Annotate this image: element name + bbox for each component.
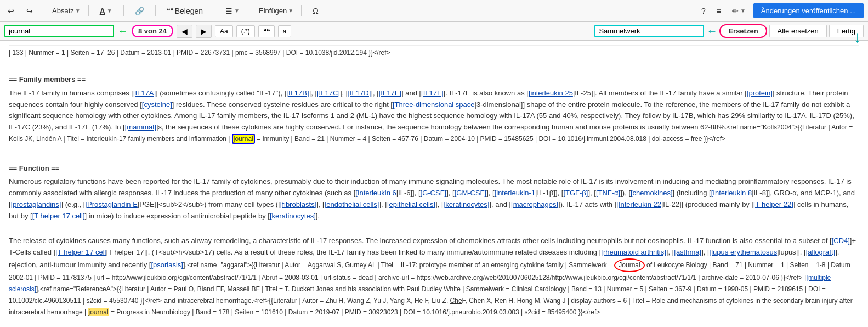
- journal-match-last: journal: [88, 308, 109, 316]
- allograft-link[interactable]: [allograft]: [806, 248, 835, 256]
- replace-input[interactable]: [599, 27, 700, 35]
- help-button[interactable]: ?: [698, 5, 709, 16]
- separator-1: [44, 5, 44, 16]
- para-3: The release of cytokines causes many fun…: [9, 235, 859, 318]
- find-replace-right: ← Ersetzen Alle ersetzen Fertig: [594, 24, 864, 38]
- cite-label: Belegen: [175, 7, 203, 15]
- replace-button[interactable]: Ersetzen: [719, 24, 767, 38]
- cite-icon: ❝❝: [167, 7, 173, 15]
- case-sensitive-button[interactable]: Aa: [215, 25, 233, 37]
- content-area[interactable]: | 133 | Nummer = 1 | Seiten = 17–26 | Da…: [0, 41, 868, 318]
- gcsf-link[interactable]: [G-CSF]: [421, 189, 447, 197]
- il1-link[interactable]: [interleukin-1: [495, 189, 535, 197]
- menu-button[interactable]: ≡: [713, 5, 724, 16]
- format-dropdown-arrow: ▼: [75, 8, 81, 14]
- separator-6: [251, 5, 251, 16]
- replace-teal-arrow: ←: [706, 25, 717, 37]
- il25-link[interactable]: [interleukin 25: [529, 89, 573, 97]
- omega-button[interactable]: Ω: [309, 5, 321, 16]
- redo-button[interactable]: ↪: [23, 5, 36, 16]
- insert-dropdown-arrow: ▼: [288, 8, 293, 14]
- separator-5: [214, 5, 214, 16]
- content-line-1: | 133 | Nummer = 1 | Seiten = 17–26 | Da…: [9, 45, 859, 58]
- epithelial-link[interactable]: [epithelial cells]: [387, 200, 435, 208]
- cd4-link[interactable]: [CD4]: [832, 236, 850, 245]
- keratinocytes2-link[interactable]: [keratinocytes]: [270, 212, 316, 220]
- family-paragraph: The IL-17 family in humans comprises [[I…: [9, 88, 859, 145]
- teal-down-arrow: ↓: [854, 29, 861, 46]
- find-input-wrapper: [4, 25, 114, 37]
- insert-label: Einfügen: [259, 7, 287, 15]
- il17e-link[interactable]: [IL17E]: [379, 89, 401, 97]
- find-green-arrow: ←: [117, 25, 128, 37]
- 3d-link[interactable]: [Three-dimensional space: [393, 100, 475, 109]
- il22-link[interactable]: [Interleukin 22: [616, 200, 661, 208]
- macrophages-link[interactable]: [macrophages]: [511, 200, 558, 208]
- keratinocytes-link[interactable]: [keratinocytes]: [444, 200, 490, 208]
- tgf-link[interactable]: [TGF-β]: [563, 189, 588, 197]
- asthma-link[interactable]: [asthma]: [674, 248, 701, 256]
- il6-link[interactable]: [Interleukin 6: [355, 189, 396, 197]
- endothelial-link[interactable]: [endothelial cells]: [325, 200, 379, 208]
- next-match-button[interactable]: ▶: [196, 25, 212, 38]
- th17-link[interactable]: [T helper 17 cell]: [32, 212, 85, 220]
- link-button[interactable]: 🔗: [132, 5, 147, 16]
- separator-2: [88, 5, 89, 16]
- protein-link[interactable]: [protein]: [747, 89, 773, 97]
- match-counter: 8 von 24: [132, 25, 173, 37]
- publish-button[interactable]: Änderungen veröffentlichen ...: [753, 3, 864, 18]
- pencil-button[interactable]: ✏ ▼: [729, 5, 749, 16]
- journal-match-8: journal: [232, 134, 255, 144]
- bold-button[interactable]: A ▼: [97, 5, 116, 16]
- function-heading: == Function ==: [9, 163, 859, 174]
- il17f-link[interactable]: [IL17F]: [421, 89, 443, 97]
- function-paragraph: Numerous regulatory functions have been …: [9, 176, 859, 222]
- gmcsf-link[interactable]: [GM-CSF]: [455, 189, 487, 197]
- pge-link[interactable]: [Prostaglandin E: [85, 200, 137, 208]
- prev-match-button[interactable]: ◀: [177, 25, 192, 38]
- special-button[interactable]: ã: [278, 25, 292, 37]
- tnf-link[interactable]: [TNF-α]: [596, 189, 620, 197]
- il17d-link[interactable]: [IL17D]: [348, 89, 371, 97]
- cysteine-link[interactable]: [cysteine]: [142, 100, 172, 109]
- insert-dropdown[interactable]: Einfügen ▼: [259, 7, 293, 15]
- che-text: Che: [450, 297, 462, 305]
- fibroblasts-link[interactable]: [fibroblasts]: [280, 200, 316, 208]
- find-input[interactable]: [9, 27, 110, 35]
- mammal-link[interactable]: [mammal]: [125, 123, 156, 131]
- list-dropdown-arrow: ▼: [234, 8, 240, 14]
- list-button[interactable]: ☰ ▼: [222, 5, 243, 16]
- il17c-link[interactable]: [IL17C]: [317, 89, 340, 97]
- replace-input-wrapper: [594, 25, 704, 37]
- and-text: and: [164, 296, 176, 305]
- format-label: Absatz: [52, 7, 74, 15]
- pencil-icon: ✏: [732, 7, 739, 15]
- chemokines-link[interactable]: [chemokines]: [631, 189, 673, 197]
- regex-button[interactable]: (.*): [236, 25, 255, 37]
- psoriasis-link[interactable]: [psoriasis]: [151, 261, 183, 269]
- prostaglandins-link[interactable]: [prostaglandins]: [11, 200, 61, 208]
- whole-word-button[interactable]: ❝❝: [258, 25, 275, 37]
- find-replace-bar: ← 8 von 24 ◀ ▶ Aa (.*) ❝❝ ã ← Ersetzen A…: [0, 22, 868, 41]
- bold-icon: A: [100, 7, 105, 15]
- help-icon: ?: [701, 7, 706, 15]
- separator-3: [123, 5, 124, 16]
- il17b-link[interactable]: [IL17B]: [286, 89, 309, 97]
- th22-link[interactable]: [T helper 22]: [753, 200, 793, 208]
- format-dropdown[interactable]: Absatz ▼: [52, 7, 81, 15]
- cite-button[interactable]: ❝❝ Belegen: [163, 5, 206, 16]
- journal-match-sammelwerk: Journal: [614, 258, 644, 272]
- th17cell-link[interactable]: [T helper 17 cell: [55, 248, 106, 256]
- toolbar: ↩ ↪ Absatz ▼ A ▼ 🔗 ❝❝ Belegen ☰ ▼ Einfüg…: [0, 0, 868, 22]
- il17a-link[interactable]: [IL17A]: [133, 89, 156, 97]
- separator-4: [155, 5, 156, 16]
- family-heading: == Family members ==: [9, 74, 859, 86]
- undo-button[interactable]: ↩: [4, 5, 18, 16]
- bold-dropdown-arrow: ▼: [107, 8, 112, 14]
- ra-link[interactable]: [rheumatoid arthritis]: [601, 248, 666, 256]
- il8-link[interactable]: [Interleukin 8: [711, 189, 752, 197]
- lupus-link[interactable]: [lupus erythematosus: [710, 248, 778, 256]
- list-icon: ☰: [225, 7, 232, 15]
- toolbar-right: ? ≡ ✏ ▼ Änderungen veröffentlichen ...: [698, 3, 864, 18]
- replace-all-button[interactable]: Alle ersetzen: [769, 25, 827, 37]
